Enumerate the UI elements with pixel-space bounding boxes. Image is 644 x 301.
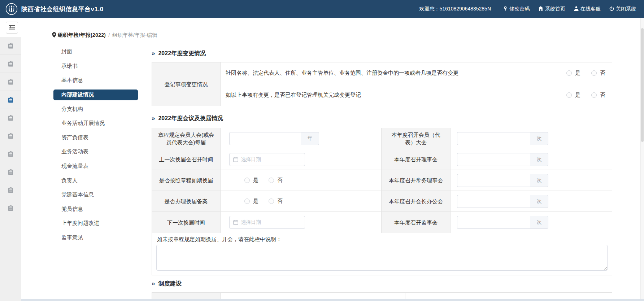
label-last-election-date: 上一次换届会召开时间 — [152, 149, 221, 170]
term-length-input[interactable] — [229, 132, 301, 145]
key-icon — [503, 6, 508, 12]
standing-council-count-input[interactable] — [457, 174, 530, 187]
welcome-text: 欢迎您：51610829064835285N — [419, 6, 491, 12]
supervisory-board-count-input[interactable] — [457, 216, 530, 229]
mini-nav-item-6 clipboard-icon[interactable] — [0, 127, 21, 145]
label-council-count: 本年度召开理事会 — [382, 149, 451, 170]
mini-nav-item-1 clipboard-icon[interactable] — [0, 37, 21, 55]
sidebar-item-person-in-charge[interactable]: 负责人 — [53, 173, 138, 188]
radio-circle-icon — [269, 199, 274, 204]
label-next-election-date: 下一次换届时间 — [152, 212, 221, 233]
unit-addon-times: 次 — [530, 216, 548, 229]
question-row-2: 如以上事项有变更，是否已在登记管理机关完成变更登记 是 否 — [221, 84, 612, 106]
council-count-input[interactable] — [457, 153, 530, 166]
radio-no[interactable]: 否 — [591, 92, 605, 99]
label-standing-council-count: 本年度召开常务理事会 — [382, 170, 451, 191]
system-home-link[interactable]: 系统首页 — [538, 6, 565, 12]
standing-council-count-cell: 次 — [451, 170, 612, 191]
collapse-menu-button[interactable] — [6, 22, 18, 34]
radio-circle-icon — [591, 70, 597, 76]
mini-nav-item-9 clipboard-icon[interactable] — [0, 181, 21, 199]
section-marker-icon: » — [152, 114, 155, 122]
radio-yes[interactable]: 是 — [566, 70, 580, 77]
next-election-date-input[interactable]: 选择日期 — [229, 216, 305, 229]
sidebar-item-cash-flow[interactable]: 现金流量表 — [53, 159, 138, 174]
section-title-changes: » 2022年度变更情况 — [152, 49, 206, 57]
label-supervisory-board-count: 本年度召开监事会 — [382, 212, 451, 233]
mini-nav-item-4-active clipboard-icon[interactable] — [0, 91, 21, 109]
radio-circle-icon — [591, 92, 597, 98]
question-text: 如以上事项有变更，是否已在登记管理机关完成变更登记 — [226, 92, 566, 99]
label-president-office-count: 本年度召开会长办公会 — [382, 191, 451, 212]
sidebar-item-supervisor-opinion[interactable]: 监事意见 — [53, 231, 138, 245]
platform-logo-icon — [5, 3, 18, 15]
sidebar-item-balance-sheet[interactable]: 资产负债表 — [53, 131, 138, 145]
radio-yes[interactable]: 是 — [244, 198, 258, 205]
radio-circle-icon — [566, 92, 572, 98]
president-office-count-cell: 次 — [451, 191, 612, 212]
radio-no[interactable]: 否 — [269, 198, 283, 205]
election-filing-cell: 是 否 — [221, 191, 382, 212]
mini-nav-item-2 clipboard-icon[interactable] — [0, 55, 21, 73]
sidebar-item-internal-construction[interactable]: 内部建设情况 — [53, 88, 138, 102]
change-password-link[interactable]: 修改密码 — [503, 6, 530, 12]
note-textarea[interactable] — [156, 245, 608, 271]
top-navbar: 陕西省社会组织信息平台v1.0 欢迎您：51610829064835285N 修… — [0, 0, 644, 18]
next-election-date-cell: 选择日期 — [221, 212, 382, 233]
online-service-label: 在线客服 — [580, 6, 601, 12]
breadcrumb-separator: / — [108, 32, 110, 38]
horizontal-scrollbar[interactable] — [21, 299, 644, 301]
sidebar-item-party-members[interactable]: 党员信息 — [53, 202, 138, 217]
question-row-1: 社团名称、法定代表人、住所、业务主管单位、业务范围、注册资金中的一项或者几项是否… — [221, 62, 612, 84]
calendar-icon — [233, 220, 238, 225]
radio-no[interactable]: 否 — [591, 70, 605, 77]
radio-no[interactable]: 否 — [269, 177, 283, 184]
mini-sidebar — [0, 18, 21, 301]
unit-addon-times: 次 — [530, 195, 548, 208]
date-placeholder: 选择日期 — [241, 156, 261, 163]
breadcrumb: 组织年检/年报(2022) / 组织年检/年报-编辑 — [52, 32, 157, 39]
sidebar-item-activity-statement[interactable]: 业务活动表 — [53, 145, 138, 159]
calendar-icon — [233, 157, 238, 162]
changes-table: 登记事项变更情况 社团名称、法定代表人、住所、业务主管单位、业务范围、注册资金中… — [152, 62, 612, 106]
mini-nav-item-10 clipboard-icon[interactable] — [0, 199, 21, 217]
sidebar-item-basic-info[interactable]: 基本信息 — [53, 73, 138, 88]
user-icon — [574, 6, 579, 12]
radio-circle-icon — [566, 70, 572, 76]
radio-yes[interactable]: 是 — [566, 92, 580, 99]
section-marker-icon: » — [152, 49, 155, 57]
radio-circle-icon — [244, 199, 250, 204]
mini-nav-item-8 clipboard-icon[interactable] — [0, 163, 21, 181]
member-assembly-count-input-group: 次 — [457, 132, 548, 145]
vertical-scrollbar-thumb[interactable] — [641, 28, 644, 142]
outdent-menu-icon — [9, 25, 15, 31]
change-password-label: 修改密码 — [509, 6, 530, 12]
president-office-count-input[interactable] — [457, 195, 530, 208]
system-home-label: 系统首页 — [545, 6, 565, 12]
unit-addon-times: 次 — [530, 174, 548, 187]
sidebar-item-branches[interactable]: 分支机构 — [53, 102, 138, 116]
mini-nav-item-3 clipboard-icon[interactable] — [0, 73, 21, 91]
standing-council-count-input-group: 次 — [457, 174, 548, 187]
sidebar-item-party-building[interactable]: 党建基本信息 — [53, 188, 138, 202]
president-office-count-input-group: 次 — [457, 195, 548, 208]
election-on-schedule-radio-group: 是 否 — [244, 177, 283, 184]
last-election-date-cell: 选择日期 — [221, 149, 382, 170]
term-length-input-group: 年 — [229, 132, 319, 145]
close-system-link[interactable]: 关闭系统 — [609, 6, 636, 12]
sidebar-item-commitment[interactable]: 承诺书 — [53, 59, 138, 74]
date-placeholder: 选择日期 — [241, 219, 261, 226]
sidebar-item-cover[interactable]: 封面 — [53, 45, 138, 59]
mini-nav-item-5 clipboard-icon[interactable] — [0, 109, 21, 127]
location-pin-icon — [52, 32, 56, 39]
label-term-length: 章程规定会员大会(或会员代表大会)每届 — [152, 128, 221, 149]
radio-yes[interactable]: 是 — [244, 177, 258, 184]
vertical-scrollbar[interactable] — [640, 18, 644, 299]
radio-circle-icon — [244, 178, 250, 183]
last-election-date-input[interactable]: 选择日期 — [229, 153, 305, 166]
member-assembly-count-input[interactable] — [457, 132, 530, 145]
mini-nav-item-7 clipboard-icon[interactable] — [0, 145, 21, 163]
online-service-link[interactable]: 在线客服 — [574, 6, 601, 12]
sidebar-item-business-activities[interactable]: 业务活动开展情况 — [53, 116, 138, 131]
sidebar-item-last-year-improvements[interactable]: 上年度问题改进 — [53, 216, 138, 231]
